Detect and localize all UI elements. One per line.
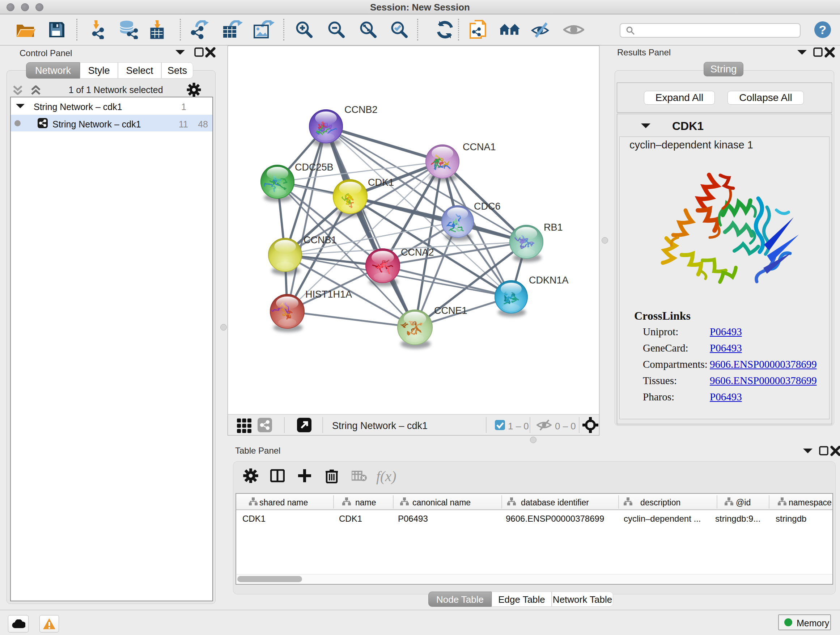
svg-text:CDC25B: CDC25B: [295, 162, 333, 173]
svg-text:HIST1H1A: HIST1H1A: [305, 289, 352, 300]
svg-text:CCNA1: CCNA1: [463, 141, 496, 152]
svg-text:CDKN1A: CDKN1A: [529, 275, 569, 286]
svg-text:CCNE1: CCNE1: [434, 305, 467, 316]
svg-text:CCNB2: CCNB2: [344, 104, 378, 115]
svg-text:RB1: RB1: [544, 222, 563, 233]
svg-text:CDC6: CDC6: [474, 201, 501, 212]
svg-text:CDK1: CDK1: [368, 177, 394, 188]
svg-text:CCNA2: CCNA2: [401, 247, 434, 258]
svg-text:CCNB1: CCNB1: [303, 234, 337, 245]
